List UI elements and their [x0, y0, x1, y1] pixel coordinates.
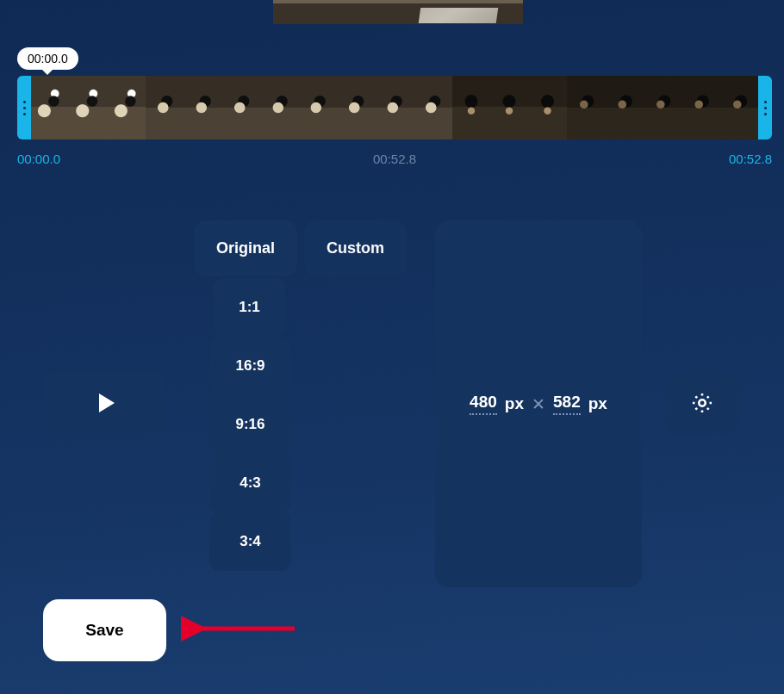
trim-handle-right[interactable] — [758, 76, 772, 139]
thumbnail — [146, 76, 184, 139]
drag-handle-icon — [764, 101, 767, 115]
timeline-start-time: 00:00.0 — [17, 152, 60, 166]
thumbnail — [605, 76, 643, 139]
thumbnail — [567, 76, 605, 139]
thumbnail — [720, 76, 758, 139]
ratio-16-9[interactable]: 16:9 — [209, 337, 291, 395]
ratio-1-1[interactable]: 1:1 — [214, 278, 285, 337]
video-preview — [273, 0, 523, 24]
save-button[interactable]: Save — [43, 599, 166, 661]
thumbnail — [644, 76, 681, 139]
thumbnail — [681, 76, 719, 139]
ratio-9-16[interactable]: 9:16 — [209, 395, 291, 454]
dimensions-separator: ✕ — [532, 394, 545, 414]
thumbnail — [69, 76, 107, 139]
thumbnail — [452, 76, 490, 139]
aspect-ratio-list: 1:1 16:9 9:16 4:3 3:4 — [209, 278, 291, 571]
timeline-labels: 00:00.0 00:52.8 00:52.8 — [17, 152, 772, 170]
ratio-4-3[interactable]: 4:3 — [209, 454, 291, 512]
play-button[interactable] — [43, 372, 166, 434]
thumbnail — [376, 76, 414, 139]
tab-original[interactable]: Original — [194, 220, 297, 276]
thumbnail — [222, 76, 260, 139]
thumbnail — [414, 76, 451, 139]
timeline-mid-time: 00:52.8 — [373, 152, 416, 166]
trim-handle-left[interactable] — [17, 76, 31, 139]
svg-point-0 — [699, 400, 705, 406]
thumbnail — [337, 76, 375, 139]
height-unit: px — [588, 394, 607, 413]
settings-button[interactable] — [665, 372, 739, 434]
ratio-3-4[interactable]: 3:4 — [209, 512, 291, 571]
timeline-frames[interactable] — [31, 76, 758, 139]
thumbnail — [184, 76, 222, 139]
thumbnail — [108, 76, 146, 139]
play-icon — [99, 393, 115, 412]
thumbnail — [490, 76, 528, 139]
thumbnail — [31, 76, 69, 139]
thumbnail — [528, 76, 566, 139]
timeline-track[interactable] — [17, 76, 772, 139]
dimensions-row: 480 px ✕ 582 px — [470, 393, 607, 415]
dimensions-panel: 480 px ✕ 582 px — [435, 220, 642, 587]
timeline-end-time: 00:52.8 — [729, 152, 772, 166]
aspect-mode-tabs: Original Custom — [194, 220, 414, 276]
width-value[interactable]: 480 — [470, 393, 497, 415]
height-value[interactable]: 582 — [553, 393, 581, 415]
width-unit: px — [505, 394, 524, 413]
gear-icon — [690, 391, 714, 415]
tab-custom[interactable]: Custom — [304, 220, 407, 276]
drag-handle-icon — [23, 101, 26, 115]
playhead-time-badge: 00:00.0 — [17, 47, 78, 70]
thumbnail — [299, 76, 337, 139]
thumbnail — [261, 76, 299, 139]
arrow-annotation — [181, 611, 302, 646]
timeline: 00:00.0 00:52.8 00:52.8 — [17, 76, 772, 170]
